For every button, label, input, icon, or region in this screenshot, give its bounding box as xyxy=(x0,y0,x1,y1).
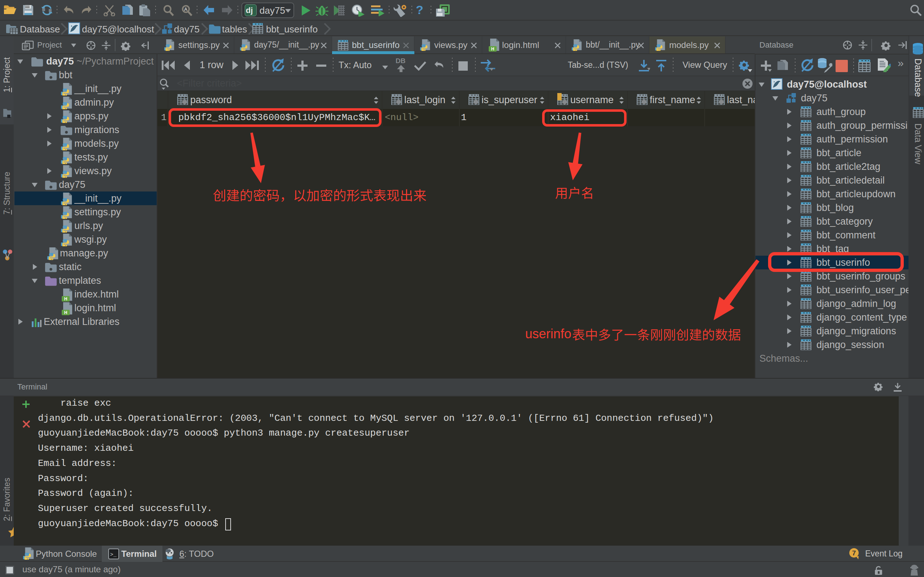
svg-text:H: H xyxy=(64,310,68,315)
svg-text:A: A xyxy=(184,6,188,12)
svg-text:7: 7 xyxy=(852,549,856,557)
svg-text:H: H xyxy=(64,297,68,301)
svg-text:H: H xyxy=(491,47,494,52)
svg-text:>_: >_ xyxy=(110,552,117,558)
